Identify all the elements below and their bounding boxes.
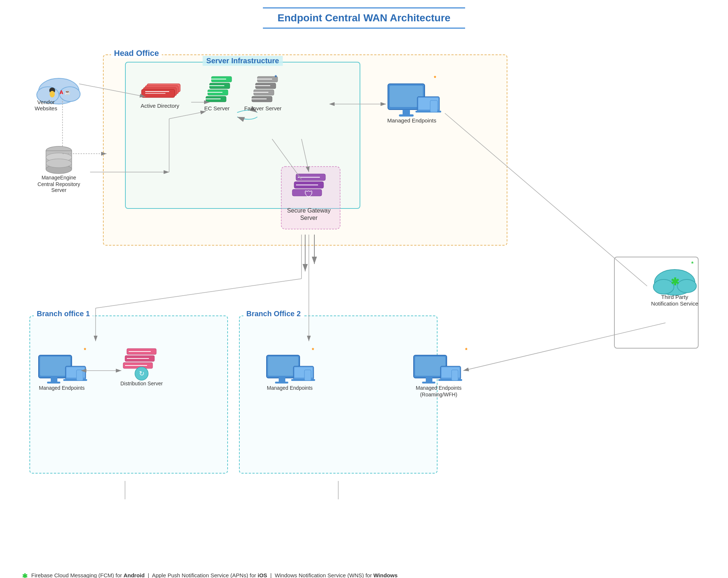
svg-point-16 (46, 159, 72, 168)
head-office-label: Head Office (111, 49, 162, 58)
svg-text:Websites: Websites (35, 105, 57, 111)
main-container: Endpoint Central WAN Architecture Head O… (0, 0, 728, 554)
legend-text-1: Firebase Cloud Messaging (FCM) for Andro… (31, 571, 397, 578)
title-area: Endpoint Central WAN Architecture (22, 7, 706, 29)
svg-rect-109 (452, 370, 458, 381)
svg-line-124 (96, 279, 301, 308)
svg-rect-108 (438, 379, 462, 381)
diagram-area: Head Office Server Infrastructure Branch… (22, 40, 706, 547)
branch2-label: Branch Office 2 (243, 310, 304, 318)
svg-text:Server: Server (51, 187, 67, 193)
svg-point-7 (50, 91, 55, 97)
title-bar: Endpoint Central WAN Architecture (263, 7, 465, 29)
legend-star-green: ✱ (22, 572, 28, 578)
svg-rect-106 (440, 366, 461, 379)
svg-text:*: * (465, 347, 468, 353)
svg-point-4 (37, 87, 59, 103)
third-party-box (614, 257, 699, 349)
svg-text:Central Repository: Central Repository (38, 181, 80, 187)
legend-area: ✱ Firebase Cloud Messaging (FCM) for And… (22, 571, 706, 578)
branch2-box: Branch Office 2 (239, 315, 438, 474)
svg-text:☕: ☕ (64, 89, 71, 96)
svg-text:A: A (60, 89, 63, 95)
branch1-label: Branch office 1 (34, 310, 93, 318)
svg-text:Vendor: Vendor (37, 99, 55, 105)
legend-item-1: ✱ Firebase Cloud Messaging (FCM) for And… (22, 571, 706, 578)
server-infra-label: Server Infrastructure (203, 56, 283, 66)
svg-point-14 (46, 165, 72, 174)
page-title: Endpoint Central WAN Architecture (278, 12, 450, 24)
svg-rect-13 (46, 151, 72, 169)
svg-point-3 (39, 78, 79, 104)
svg-point-15 (46, 153, 72, 162)
svg-point-5 (60, 87, 80, 101)
branch1-box: Branch office 1 (29, 315, 228, 474)
svg-point-12 (46, 146, 72, 155)
svg-text:ManageEngine: ManageEngine (42, 175, 76, 181)
svg-point-6 (49, 88, 55, 93)
server-infra-box: Server Infrastructure (125, 62, 360, 209)
svg-rect-107 (442, 367, 460, 378)
